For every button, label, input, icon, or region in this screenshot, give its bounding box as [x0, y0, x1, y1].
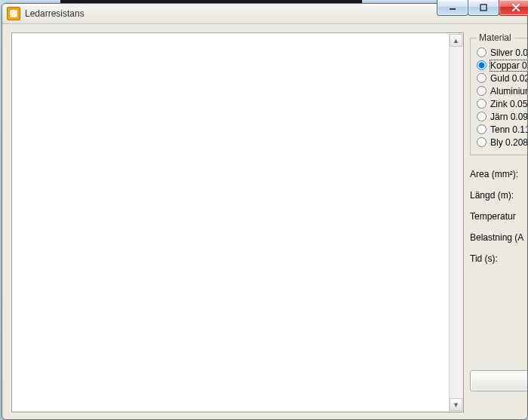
app-window: Ledarresistans ▲ ▼ Material — [2, 3, 528, 420]
scroll-down-button[interactable]: ▼ — [450, 398, 462, 411]
material-label: Bly 0.208 — [490, 137, 528, 148]
material-label: Järn 0.098 — [490, 112, 528, 122]
material-groupbox: Material Silver 0.016 Koppar 0.0175 Guld… — [470, 32, 528, 155]
side-panel: Material Silver 0.016 Koppar 0.0175 Guld… — [470, 32, 528, 274]
length-label: Längd (m): — [470, 190, 528, 201]
radio-silver[interactable] — [477, 48, 487, 57]
time-label: Tid (s): — [470, 253, 528, 264]
chevron-down-icon: ▼ — [453, 401, 459, 409]
material-option-bly[interactable]: Bly 0.208 — [477, 136, 528, 149]
material-label: Guld 0.023 — [490, 73, 528, 84]
material-label: Koppar 0.0175 — [490, 60, 528, 71]
radio-koppar[interactable] — [477, 60, 487, 70]
app-icon — [7, 7, 20, 20]
radio-bly[interactable] — [477, 137, 487, 147]
canvas-frame: ▲ ▼ — [11, 32, 464, 412]
radio-tenn[interactable] — [477, 124, 487, 134]
calculate-button[interactable]: Beräkna — [470, 370, 528, 391]
close-button[interactable] — [499, 0, 528, 16]
maximize-icon — [480, 4, 487, 11]
radio-zink[interactable] — [477, 99, 487, 109]
material-label: Zink 0.059 — [490, 99, 528, 109]
material-option-tenn[interactable]: Tenn 0.11 — [477, 123, 528, 136]
vertical-scrollbar[interactable]: ▲ ▼ — [449, 34, 462, 411]
client-area: ▲ ▼ Material Silver 0.016 Koppar 0.01 — [2, 23, 527, 419]
radio-jarn[interactable] — [477, 112, 487, 121]
radio-aluminium[interactable] — [477, 86, 487, 96]
maximize-button[interactable] — [468, 0, 499, 16]
material-label: Aluminium 0.028 — [490, 86, 528, 97]
temperature-label: Temperatur — [470, 211, 528, 222]
material-legend: Material — [477, 32, 514, 43]
canvas[interactable]: ▲ ▼ — [13, 34, 462, 411]
minimize-button[interactable] — [437, 0, 468, 16]
material-label: Silver 0.016 — [490, 48, 528, 58]
svg-rect-0 — [450, 8, 456, 10]
svg-rect-1 — [480, 5, 487, 11]
material-option-koppar[interactable]: Koppar 0.0175 — [477, 59, 528, 72]
area-label: Area (mm²): — [470, 169, 528, 179]
material-option-jarn[interactable]: Järn 0.098 — [477, 110, 528, 123]
window-controls — [437, 0, 528, 21]
radio-guld[interactable] — [477, 73, 487, 83]
window-title: Ledarresistans — [25, 8, 84, 19]
material-option-aluminium[interactable]: Aluminium 0.028 — [477, 84, 528, 97]
material-label: Tenn 0.11 — [490, 124, 528, 135]
minimize-icon — [449, 4, 456, 11]
close-icon — [511, 4, 520, 11]
material-option-guld[interactable]: Guld 0.023 — [477, 72, 528, 84]
material-option-silver[interactable]: Silver 0.016 — [477, 46, 528, 59]
scroll-up-button[interactable]: ▲ — [450, 34, 462, 47]
chevron-up-icon: ▲ — [453, 37, 459, 44]
material-option-zink[interactable]: Zink 0.059 — [477, 97, 528, 110]
load-label: Belastning (A — [470, 232, 528, 243]
